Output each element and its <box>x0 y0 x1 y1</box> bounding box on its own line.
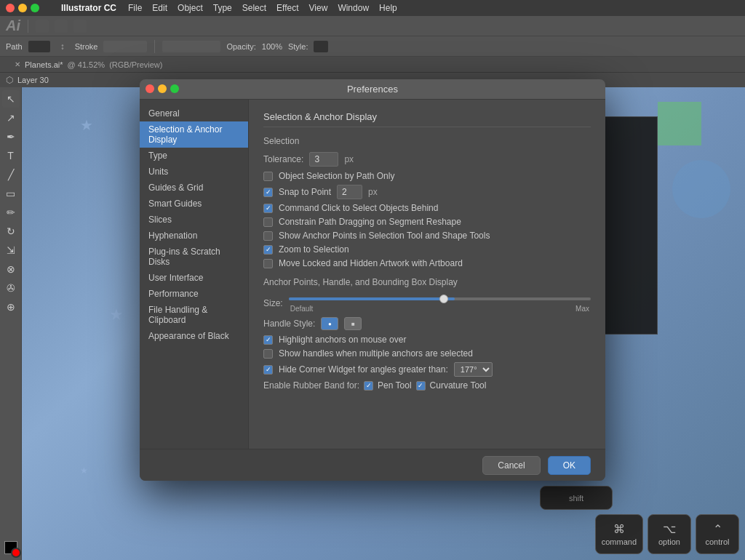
nav-file[interactable]: File Handling & Clipboard <box>140 302 248 328</box>
fill-swatch[interactable] <box>28 41 50 52</box>
tab-close[interactable]: ✕ <box>15 60 20 68</box>
ok-button[interactable]: OK <box>548 456 591 475</box>
rect-tool[interactable]: ▭ <box>2 185 20 202</box>
nav-ui[interactable]: User Interface <box>140 270 248 286</box>
anchor-label-2: Hide Corner Widget for angles greater th… <box>279 364 448 375</box>
snap-unit: px <box>368 187 378 197</box>
checkbox-4[interactable] <box>263 231 273 241</box>
file-tab[interactable]: ✕ Planets.ai* @ 41.52% (RGB/Preview) <box>6 57 171 73</box>
handle-btn-blue[interactable]: ● <box>321 317 338 330</box>
rotate-tool[interactable]: ↻ <box>2 223 20 240</box>
menu-items: File Edit Object Type Select Effect View… <box>128 3 397 13</box>
stroke-input[interactable] <box>103 41 147 52</box>
dialog-title: Preferences <box>347 84 398 95</box>
nav-guides[interactable]: Guides & Grid <box>140 180 248 196</box>
close-button[interactable] <box>6 4 15 12</box>
shift-label: shift <box>569 494 583 503</box>
nav-general[interactable]: General <box>140 105 248 121</box>
menu-view[interactable]: View <box>309 3 328 13</box>
select-tool[interactable]: ↖ <box>2 90 20 108</box>
stroke-icon: ↕ <box>56 40 69 53</box>
menu-effect[interactable]: Effect <box>276 3 298 13</box>
eyedropper-tool[interactable]: ✇ <box>2 279 20 297</box>
checkbox-6[interactable] <box>263 259 273 268</box>
checkbox-1[interactable] <box>263 188 273 197</box>
option-icon: ⌥ <box>663 522 676 536</box>
nav-smart[interactable]: Smart Guides <box>140 196 248 212</box>
nav-black[interactable]: Appearance of Black <box>140 328 248 344</box>
rubber-pen-cb[interactable] <box>364 381 373 391</box>
checkbox-0[interactable] <box>263 172 273 181</box>
snap-input[interactable] <box>337 185 362 199</box>
control-icon: ⌃ <box>713 522 722 536</box>
checkbox-label-6: Move Locked and Hidden Artwork with Artb… <box>279 258 463 268</box>
zoom-tool[interactable]: ⊕ <box>2 298 20 316</box>
checkbox-label-0: Object Selection by Path Only <box>279 171 394 181</box>
checkbox-5[interactable] <box>263 245 273 255</box>
nav-type[interactable]: Type <box>140 148 248 164</box>
menu-file[interactable]: File <box>128 3 142 13</box>
checkbox-row-0: Object Selection by Path Only <box>263 171 591 181</box>
checkbox-label-5: Zoom to Selection <box>279 244 349 255</box>
dialog-titlebar: Preferences <box>140 79 605 100</box>
menu-select[interactable]: Select <box>242 3 266 13</box>
nav-slices[interactable]: Slices <box>140 212 248 228</box>
menu-type[interactable]: Type <box>213 3 232 13</box>
star-10: ★ <box>80 465 88 476</box>
nav-plugins[interactable]: Plug-ins & Scratch Disks <box>140 244 248 270</box>
anchor-checkbox-1[interactable] <box>263 349 273 359</box>
minimize-button[interactable] <box>18 4 27 12</box>
window-controls <box>6 4 39 12</box>
menu-help[interactable]: Help <box>379 3 397 13</box>
nav-perf[interactable]: Performance <box>140 286 248 302</box>
maximize-button[interactable] <box>31 4 39 12</box>
star-8: ★ <box>109 305 124 324</box>
checkbox-label-4: Show Anchor Points in Selection Tool and… <box>279 231 490 241</box>
tabbar: ✕ Planets.ai* @ 41.52% (RGB/Preview) <box>0 57 745 73</box>
option-key: ⌥ option <box>648 514 691 554</box>
nav-selection[interactable]: Selection & Anchor Display <box>140 121 248 148</box>
dialog-maximize[interactable] <box>170 84 179 93</box>
toolbar-icon-2[interactable] <box>55 20 68 33</box>
line-tool[interactable]: ╱ <box>2 166 20 183</box>
checkbox-label-3: Constrain Path Dragging on Segment Resha… <box>279 217 461 227</box>
checkbox-2[interactable] <box>263 204 273 213</box>
checkbox-3[interactable] <box>263 217 273 227</box>
brush-tool[interactable]: ✏ <box>2 204 20 221</box>
style-swatch[interactable] <box>314 41 328 52</box>
dialog-traffic-lights <box>146 84 179 93</box>
anchor-checkbox-0[interactable] <box>263 335 273 345</box>
size-slider-track[interactable] <box>289 297 591 300</box>
pen-tool[interactable]: ✒ <box>2 128 20 145</box>
type-tool[interactable]: T <box>2 147 20 164</box>
rubber-curvature-cb[interactable] <box>416 381 426 391</box>
keyboard-overlay: shift ⌘ command ⌥ option ⌃ control <box>534 480 745 560</box>
blend-tool[interactable]: ⊗ <box>2 260 20 278</box>
anchor-checkbox-2[interactable] <box>263 365 273 375</box>
fill-indicator <box>4 541 17 554</box>
opacity-label: Opacity: <box>226 42 255 51</box>
preferences-content: Selection & Anchor Display Selection Tol… <box>249 100 605 449</box>
toolbar-icon-3[interactable] <box>73 20 87 33</box>
control-key: ⌃ control <box>696 514 739 554</box>
corner-angle-select[interactable]: 177° 170° 160° <box>454 362 493 377</box>
basic-select[interactable] <box>162 41 220 52</box>
tab-filename: Planets.ai* <box>25 60 63 69</box>
toolbar-icon-1[interactable] <box>36 20 49 33</box>
slider-thumb[interactable] <box>439 295 448 303</box>
menu-window[interactable]: Window <box>338 3 369 13</box>
sep2 <box>154 40 155 53</box>
nav-hyphen[interactable]: Hyphenation <box>140 228 248 244</box>
tolerance-input[interactable] <box>309 152 338 167</box>
menu-object[interactable]: Object <box>178 3 203 13</box>
dialog-close[interactable] <box>146 84 154 93</box>
direct-select-tool[interactable]: ↗ <box>2 109 20 127</box>
scale-tool[interactable]: ⇲ <box>2 241 20 259</box>
command-key: ⌘ command <box>595 514 643 554</box>
nav-units[interactable]: Units <box>140 164 248 180</box>
cancel-button[interactable]: Cancel <box>482 456 540 475</box>
main-toolbar: Ai <box>0 16 745 36</box>
menu-edit[interactable]: Edit <box>152 3 167 13</box>
dialog-minimize[interactable] <box>158 84 167 93</box>
handle-btn-gray[interactable]: ■ <box>344 317 362 330</box>
